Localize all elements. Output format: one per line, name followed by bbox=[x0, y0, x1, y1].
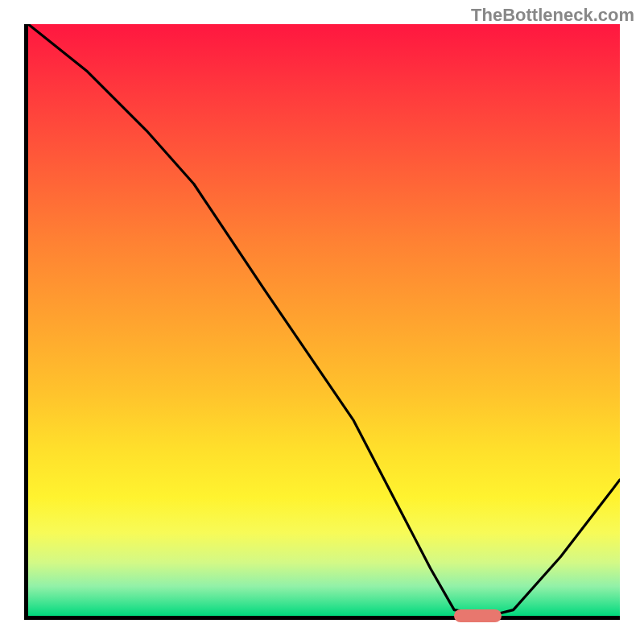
watermark-label: TheBottleneck.com bbox=[471, 5, 634, 26]
curve-path bbox=[28, 24, 620, 616]
chart-plot-area bbox=[24, 24, 620, 620]
bottleneck-curve bbox=[28, 24, 620, 616]
optimal-marker bbox=[454, 609, 502, 622]
